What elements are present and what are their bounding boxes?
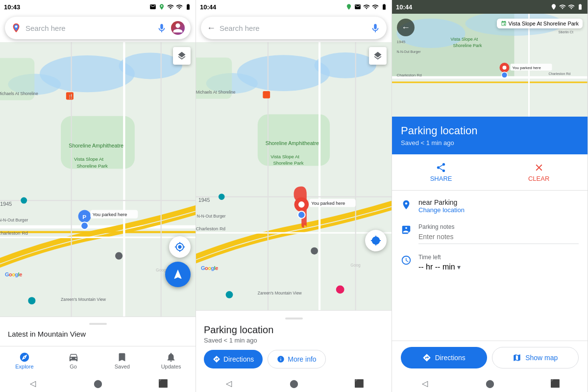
home-btn-sys-2[interactable]: ⬤ xyxy=(289,378,299,388)
svg-point-36 xyxy=(315,52,376,78)
search-bar-2[interactable]: ← Search here xyxy=(201,17,387,39)
bottom-nav-1: Explore Go Saved Updates xyxy=(0,346,196,374)
location-detail-icon xyxy=(401,199,412,210)
nav-explore[interactable]: Explore xyxy=(0,346,49,374)
show-map-button-3[interactable]: Show map xyxy=(492,347,579,368)
svg-point-55 xyxy=(298,201,305,208)
directions-button-3[interactable]: Directions xyxy=(401,347,487,368)
gmail-icon xyxy=(149,3,156,10)
sys-nav-3: ◁ ⬤ ⬛ xyxy=(392,374,588,392)
change-location-link[interactable]: Change location xyxy=(418,206,465,214)
location-row: near Parking Change location xyxy=(401,198,579,214)
svg-text:Shoreline Amphitheatre: Shoreline Amphitheatre xyxy=(266,140,319,146)
mic-icon-1[interactable] xyxy=(156,23,167,33)
svg-text:Shoreline Park: Shoreline Park xyxy=(453,43,483,48)
svg-text:Vista Slope At: Vista Slope At xyxy=(451,37,478,42)
bottom-title-1: Latest in Mountain View xyxy=(8,330,188,338)
drag-handle-1 xyxy=(89,323,107,325)
svg-text:Goog: Goog xyxy=(350,263,361,268)
svg-point-59 xyxy=(219,194,225,200)
wifi-icon-3 xyxy=(559,3,566,10)
clear-button-3[interactable]: CLEAR xyxy=(528,162,549,182)
svg-text:You parked here: You parked here xyxy=(311,200,345,206)
map-layers-button-1[interactable] xyxy=(173,47,191,65)
svg-text:1945: 1945 xyxy=(198,197,210,203)
clock-icon xyxy=(401,255,412,266)
parking-title-2: Parking location xyxy=(204,324,384,336)
directions-label-2: Directions xyxy=(223,355,254,363)
svg-text:N-N-Out Burger: N-N-Out Burger xyxy=(0,218,28,222)
map-label-text: Vista Slope At Shoreline Park xyxy=(509,21,579,26)
my-location-button-1[interactable] xyxy=(169,236,191,258)
svg-text:Vista Slope At: Vista Slope At xyxy=(74,156,103,162)
notes-detail-icon xyxy=(401,224,412,235)
mini-map-3[interactable]: Charleston Rd 1945 N-N-Out Burger Vista … xyxy=(392,14,588,117)
svg-text:Zareen's Mountain View: Zareen's Mountain View xyxy=(61,297,106,302)
svg-text:You parked here: You parked here xyxy=(513,66,541,70)
google-logo-2: Google xyxy=(201,265,218,271)
nav-go-label: Go xyxy=(70,364,77,369)
search-bar-1[interactable]: Search here xyxy=(5,17,191,39)
go-icon xyxy=(68,352,79,363)
directions-button-2[interactable]: Directions xyxy=(204,350,263,368)
svg-point-63 xyxy=(336,286,344,294)
navigation-button-1[interactable] xyxy=(165,262,191,287)
back-btn-sys-3[interactable]: ◁ xyxy=(420,378,430,388)
directions-icon-2 xyxy=(213,355,220,363)
explore-icon xyxy=(19,352,30,363)
svg-text:Charleston Rd: Charleston Rd xyxy=(0,230,28,236)
recent-btn-sys-2[interactable]: ⬛ xyxy=(354,378,364,388)
share-button-3[interactable]: SHARE xyxy=(430,162,452,182)
back-arrow-icon-3: ← xyxy=(401,23,410,33)
avatar-icon xyxy=(171,21,185,35)
svg-point-61 xyxy=(226,291,233,298)
nav-go[interactable]: Go xyxy=(49,346,98,374)
more-info-label-2: More info xyxy=(288,355,316,363)
svg-text:Charleston Rd: Charleston Rd xyxy=(196,226,225,231)
google-maps-logo xyxy=(11,23,22,33)
back-btn-sys-2[interactable]: ◁ xyxy=(224,378,234,388)
svg-text:🍴: 🍴 xyxy=(68,94,74,99)
directions-label-3: Directions xyxy=(435,354,466,362)
time-detail-icon xyxy=(401,255,412,266)
signal-icon xyxy=(167,3,174,10)
avatar-1[interactable] xyxy=(171,21,185,35)
map-area-2[interactable]: Charleston Rd Shoreline Amphitheatre Vis… xyxy=(196,42,392,310)
back-button-3[interactable]: ← xyxy=(397,19,415,36)
more-info-button-2[interactable]: More info xyxy=(268,350,325,368)
svg-point-84 xyxy=(502,72,508,78)
nav-updates[interactable]: Updates xyxy=(147,346,196,374)
search-input-2[interactable]: Search here xyxy=(220,24,366,32)
status-icons-2 xyxy=(345,3,388,10)
time-dropdown[interactable]: -- hr -- min ▾ xyxy=(418,263,461,271)
svg-point-60 xyxy=(311,247,318,255)
svg-text:Charleston Rd: Charleston Rd xyxy=(397,73,422,77)
nav-saved[interactable]: Saved xyxy=(98,346,147,374)
wifi-icon xyxy=(176,3,183,10)
svg-text:N-N-Out Burger: N-N-Out Burger xyxy=(397,50,421,54)
time-value: -- hr -- min xyxy=(418,263,455,271)
park-icon xyxy=(501,21,507,26)
status-bar-3: 10:44 xyxy=(392,0,588,14)
location-detail-value: near Parking xyxy=(418,198,465,206)
home-btn-sys-1[interactable]: ⬤ xyxy=(93,378,103,388)
svg-text:Michaels At Shoreline: Michaels At Shoreline xyxy=(196,90,236,95)
battery-icon-3 xyxy=(577,3,584,10)
time-detail-content: Time left -- hr -- min ▾ xyxy=(418,254,461,271)
panel-3: 10:44 Charleston Rd 1945 N-N-Out Burger … xyxy=(392,0,588,392)
map-area-1[interactable]: Charleston Rd Shoreline Amphitheatre Vis… xyxy=(0,42,196,317)
search-input-1[interactable]: Search here xyxy=(25,24,152,32)
map-layers-button-2[interactable] xyxy=(369,47,387,65)
spacer xyxy=(392,279,588,341)
notes-input-3[interactable] xyxy=(418,233,579,244)
home-btn-sys-3[interactable]: ⬤ xyxy=(485,378,495,388)
parking-actions-2: Directions More info xyxy=(204,350,384,368)
my-location-button-2[interactable] xyxy=(365,230,387,251)
recent-btn-sys-1[interactable]: ⬛ xyxy=(158,378,168,388)
recent-btn-sys-3[interactable]: ⬛ xyxy=(550,378,560,388)
svg-text:1945: 1945 xyxy=(0,201,12,207)
showmap-label-3: Show map xyxy=(525,354,558,362)
back-btn-sys-1[interactable]: ◁ xyxy=(28,378,38,388)
mic-icon-2[interactable] xyxy=(370,23,381,33)
back-button-2[interactable]: ← xyxy=(207,23,216,33)
